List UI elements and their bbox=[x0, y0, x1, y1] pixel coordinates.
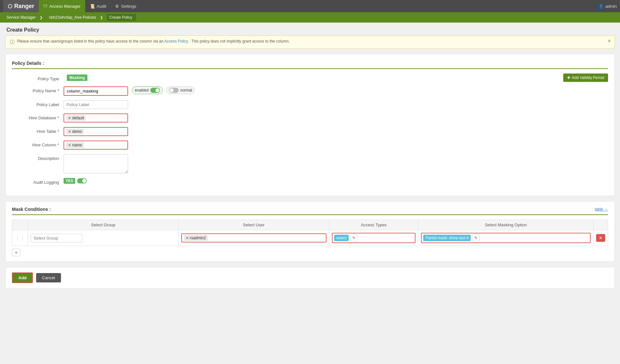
bottom-buttons-card: Add Cancel bbox=[5, 267, 615, 289]
policy-type-row: Policy Type Masking ✚ Add Validity Perio… bbox=[12, 74, 608, 82]
hive-column-row: Hive Column * ✕ name bbox=[12, 141, 608, 150]
col-select-group: Select Group bbox=[28, 220, 179, 230]
breadcrumb-hive-policies-label: nkh22whcllap_hive Policies bbox=[49, 15, 96, 20]
hive-database-input[interactable]: ✕ default bbox=[64, 113, 128, 123]
user-tag-remove[interactable]: ✕ bbox=[186, 236, 189, 240]
description-input[interactable] bbox=[64, 154, 128, 173]
policy-details-title: Policy Details : bbox=[12, 61, 608, 69]
col-delete bbox=[594, 220, 608, 230]
normal-toggle[interactable]: normal bbox=[166, 86, 195, 94]
audit-nav[interactable]: 📜 Audit bbox=[85, 0, 111, 12]
policy-label-row: Policy Label bbox=[12, 100, 608, 109]
hive-column-tag-value: name bbox=[72, 143, 82, 147]
hive-table-label: Hive Table * bbox=[12, 127, 64, 134]
masking-option-wrapper[interactable]: Partial mask: show last 4 ✎ bbox=[421, 233, 591, 243]
hive-database-row: Hive Database * ✕ default bbox=[12, 113, 608, 123]
alert-box: ⓘ Please ensure that users/groups listed… bbox=[5, 35, 615, 49]
access-policy-link[interactable]: Access Policy bbox=[164, 39, 188, 44]
add-validity-button[interactable]: ✚ Add Validity Period bbox=[563, 74, 608, 82]
audit-logging-row: Audit Logging YES bbox=[12, 178, 608, 185]
conditions-table-wrapper: Select Group Select User Access Types Se… bbox=[12, 220, 608, 256]
delete-row-button[interactable]: ✕ bbox=[596, 234, 605, 242]
cancel-button[interactable]: Cancel bbox=[36, 273, 61, 282]
policy-name-label: Policy Name * bbox=[12, 86, 64, 93]
drag-handle-icon[interactable]: ⋮⋮ bbox=[15, 235, 25, 241]
audit-switch[interactable] bbox=[77, 178, 87, 183]
alert-close-button[interactable]: ✕ bbox=[607, 38, 611, 44]
access-type-badge: select bbox=[334, 235, 349, 241]
enabled-switch[interactable] bbox=[150, 88, 160, 93]
hive-table-input[interactable]: ✕ demo bbox=[64, 127, 128, 136]
audit-toggle-group: YES bbox=[64, 178, 87, 184]
policy-name-input[interactable] bbox=[64, 86, 128, 96]
settings-label: Settings bbox=[121, 4, 136, 9]
alert-text: Please ensure that users/groups listed i… bbox=[17, 39, 290, 44]
yes-label: YES bbox=[64, 178, 75, 184]
enabled-label: enabled bbox=[135, 88, 149, 93]
masking-option-badge: Partial mask: show last 4 bbox=[423, 235, 471, 241]
hive-table-tag-remove[interactable]: ✕ bbox=[68, 130, 71, 134]
content-wrapper: ⓘ Please ensure that users/groups listed… bbox=[0, 35, 620, 295]
normal-label: normal bbox=[180, 88, 192, 93]
select-user-input[interactable]: ✕ rsadmin2 bbox=[181, 233, 326, 242]
breadcrumb-service-manager[interactable]: Service Manager bbox=[4, 14, 46, 21]
hive-table-tag: ✕ demo bbox=[66, 129, 84, 134]
audit-logging-label: Audit Logging bbox=[12, 178, 64, 185]
hive-db-label: Hive Database * bbox=[12, 113, 64, 120]
hive-column-input[interactable]: ✕ name bbox=[64, 141, 128, 150]
access-types-wrapper[interactable]: select ✎ bbox=[332, 233, 416, 243]
access-manager-nav[interactable]: 🛡 Access Manager bbox=[39, 0, 85, 12]
normal-knob bbox=[170, 88, 174, 92]
hive-column-tag: ✕ name bbox=[66, 142, 84, 148]
info-icon: ⓘ bbox=[10, 39, 15, 45]
add-row-button[interactable]: + bbox=[12, 249, 20, 256]
col-select-user: Select User bbox=[178, 220, 329, 230]
user-info: 👤 admin bbox=[598, 4, 617, 9]
select-group-input[interactable] bbox=[31, 234, 82, 242]
enabled-knob bbox=[155, 88, 159, 92]
policy-name-row: Policy Name * enabled normal bbox=[12, 86, 608, 96]
policy-label-input[interactable] bbox=[64, 100, 128, 109]
normal-switch[interactable] bbox=[169, 88, 179, 93]
col-drag bbox=[12, 220, 28, 230]
mask-section-header: Mask Conditions : table → bbox=[12, 207, 608, 215]
mask-conditions-title: Mask Conditions : bbox=[12, 207, 51, 212]
hive-column-label: Hive Column * bbox=[12, 141, 64, 147]
table-link[interactable]: table → bbox=[595, 207, 608, 212]
access-type-edit-button[interactable]: ✎ bbox=[350, 234, 358, 241]
user-tag: ✕ rsadmin2 bbox=[184, 235, 208, 241]
breadcrumb-create-policy[interactable]: Create Policy bbox=[107, 14, 136, 21]
enabled-toggle[interactable]: enabled bbox=[132, 86, 163, 94]
gear-icon: ⚙ bbox=[115, 4, 119, 9]
hive-db-tag: ✕ default bbox=[66, 115, 86, 121]
policy-label-label: Policy Label bbox=[12, 100, 64, 107]
audit-label: Audit bbox=[97, 4, 106, 9]
page-title: Create Policy bbox=[0, 23, 620, 35]
settings-nav[interactable]: ⚙ Settings bbox=[111, 0, 141, 12]
hive-table-tag-value: demo bbox=[72, 129, 82, 134]
mask-conditions-card: Mask Conditions : table → Select Group S… bbox=[5, 201, 615, 262]
shield-icon: 🛡 bbox=[43, 4, 47, 9]
ranger-icon: ⬡ bbox=[8, 3, 12, 9]
user-tag-value: rsadmin2 bbox=[190, 236, 206, 240]
hive-db-tag-remove[interactable]: ✕ bbox=[68, 116, 71, 120]
masking-option-edit-button[interactable]: ✎ bbox=[472, 234, 480, 241]
access-type-value: select bbox=[336, 236, 346, 240]
description-label: Description bbox=[12, 154, 64, 161]
policy-type-badge: Masking bbox=[67, 74, 87, 81]
navbar: ⬡ Ranger 🛡 Access Manager 📜 Audit ⚙ Sett… bbox=[0, 0, 620, 12]
add-button[interactable]: Add bbox=[12, 272, 33, 283]
hive-column-tag-remove[interactable]: ✕ bbox=[68, 143, 71, 147]
add-validity-label: Add Validity Period bbox=[572, 75, 605, 80]
description-row: Description bbox=[12, 154, 608, 173]
breadcrumb-hive-policies[interactable]: nkh22whcllap_hive Policies bbox=[46, 14, 107, 21]
toggle-group: enabled normal bbox=[132, 86, 195, 94]
hive-db-tag-value: default bbox=[72, 116, 84, 120]
table-row: ⋮⋮ ✕ rsadmin2 bbox=[12, 230, 608, 246]
brand-label: Ranger bbox=[14, 3, 34, 10]
user-icon: 👤 bbox=[598, 4, 604, 9]
breadcrumb-create-policy-label: Create Policy bbox=[109, 15, 132, 20]
conditions-table: Select Group Select User Access Types Se… bbox=[12, 220, 608, 246]
breadcrumb-service-manager-label: Service Manager bbox=[6, 15, 36, 20]
hive-table-row: Hive Table * ✕ demo bbox=[12, 127, 608, 136]
